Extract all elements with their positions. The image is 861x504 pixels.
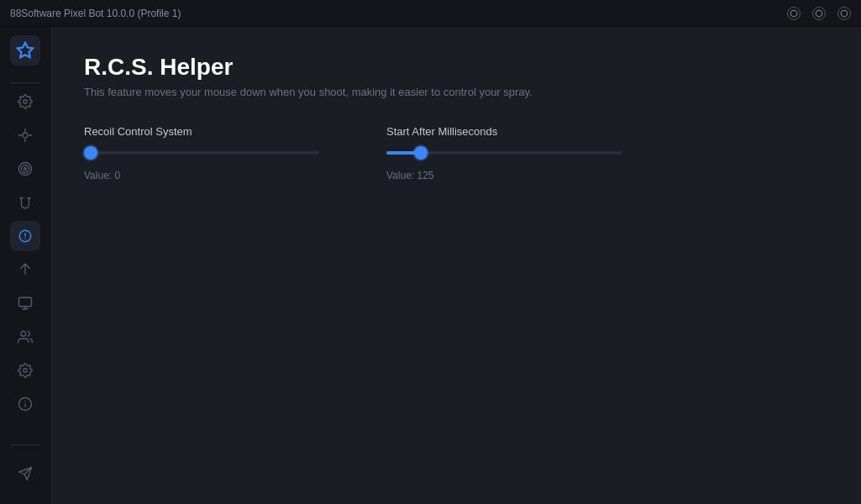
sidebar-item-monitor[interactable] (10, 288, 40, 318)
sidebar-item-info[interactable] (10, 389, 40, 419)
sidebar-item-pen[interactable] (10, 255, 40, 285)
rcs-slider[interactable] (84, 151, 319, 155)
start-slider-group: Start After Milliseconds Value: 125 (386, 125, 622, 181)
main-layout: R.C.S. Helper This feature moves your mo… (0, 27, 861, 504)
sidebar-item-rcs[interactable] (10, 221, 40, 251)
title-bar: 88Software Pixel Bot 10.0.0 (Profile 1) (0, 0, 861, 27)
sidebar (0, 27, 50, 504)
page-subtitle: This feature moves your mouse down when … (84, 86, 827, 98)
svg-point-2 (841, 10, 848, 17)
start-slider-container (386, 144, 622, 161)
sidebar-logo[interactable] (10, 35, 40, 66)
content-area: R.C.S. Helper This feature moves your mo… (50, 27, 861, 504)
svg-point-25 (23, 369, 27, 373)
sidebar-item-send[interactable] (10, 459, 40, 489)
start-slider-value: Value: 125 (386, 170, 622, 181)
svg-point-12 (24, 168, 26, 171)
sidebar-item-target[interactable] (10, 154, 40, 184)
svg-point-24 (20, 331, 25, 336)
title-bar-text: 88Software Pixel Bot 10.0.0 (Profile 1) (10, 8, 181, 19)
rcs-slider-label: Recoil Control System (84, 125, 319, 138)
svg-point-11 (21, 165, 29, 173)
sidebar-item-settings[interactable] (10, 87, 40, 117)
svg-rect-21 (18, 297, 31, 307)
svg-point-1 (816, 10, 822, 17)
svg-point-9 (23, 133, 28, 138)
svg-point-10 (18, 163, 31, 176)
rcs-slider-container (84, 144, 319, 161)
rcs-slider-group: Recoil Control System Value: 0 (84, 125, 319, 181)
sliders-row: Recoil Control System Value: 0 Start Aft… (84, 125, 827, 181)
start-slider-label: Start After Milliseconds (386, 125, 622, 138)
svg-point-4 (23, 100, 27, 104)
start-slider[interactable] (386, 151, 622, 155)
sidebar-divider-bottom (10, 444, 40, 445)
sidebar-divider-top (10, 82, 40, 83)
close-button[interactable] (837, 7, 851, 20)
sidebar-items (10, 87, 40, 441)
sidebar-item-gear[interactable] (10, 355, 40, 386)
title-bar-controls (787, 7, 851, 20)
page-title: R.C.S. Helper (84, 54, 827, 81)
svg-marker-3 (17, 43, 32, 57)
sidebar-item-aim[interactable] (10, 120, 40, 150)
sidebar-item-magnet[interactable] (10, 187, 40, 218)
svg-point-0 (790, 10, 797, 17)
rcs-slider-value: Value: 0 (84, 170, 319, 181)
minimize-button[interactable] (787, 7, 801, 20)
sidebar-bottom (10, 441, 40, 496)
sidebar-item-users[interactable] (10, 322, 40, 352)
maximize-button[interactable] (812, 7, 826, 20)
